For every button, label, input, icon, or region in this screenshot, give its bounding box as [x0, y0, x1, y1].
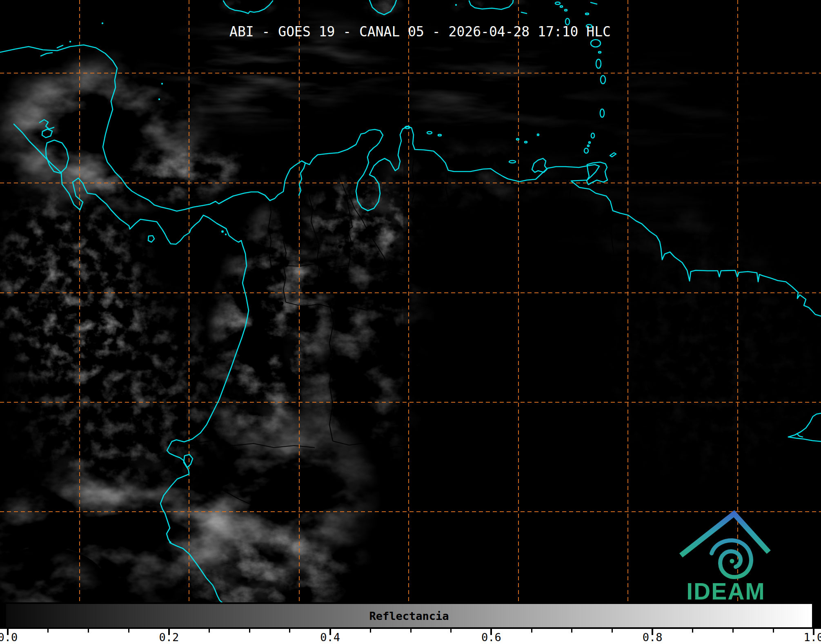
colorbar-minor-tick: [410, 629, 412, 633]
city-dot: [312, 310, 316, 313]
colorbar-minor-tick: [612, 629, 613, 633]
colorbar-tick-label: 0.0: [0, 631, 18, 644]
colorbar-tick-label: 0.6: [481, 631, 501, 644]
goes-satellite-product: ABI - GOES 19 - CANAL 05 - 2026-04-28 17…: [0, 0, 821, 644]
ideam-logo-text: IDEAM: [686, 578, 765, 605]
city-dot: [245, 225, 249, 229]
city-dot: [278, 208, 281, 212]
colorbar-tick-label: 0.8: [643, 631, 663, 644]
city-dot: [285, 263, 288, 267]
city-dot: [280, 302, 284, 305]
city-dot: [328, 302, 332, 305]
colorbar-minor-tick: [249, 629, 250, 633]
city-dot: [390, 244, 394, 248]
logo-roof: [681, 514, 769, 555]
city-dot: [261, 274, 265, 278]
city-dot: [338, 245, 342, 249]
colorbar-minor-tick: [289, 629, 290, 633]
colorbar-minor-tick: [732, 629, 734, 633]
logo-swirl: [712, 540, 751, 577]
colorbar-label: Reflectancia: [369, 609, 449, 622]
colorbar-gradient: Reflectancia: [4, 602, 814, 629]
colorbar-tick-label: 1.0: [804, 631, 821, 644]
logo-swirl-eye: [730, 559, 734, 564]
colorbar-minor-tick: [450, 629, 452, 633]
colorbar-area: Reflectancia 0.00.20.40.60.81.0: [0, 602, 821, 644]
colorbar-minor-tick: [128, 629, 129, 633]
city-dot: [336, 171, 340, 175]
ideam-logo: IDEAM: [676, 508, 776, 603]
colorbar-minor-tick: [773, 629, 774, 633]
city-dot: [346, 228, 349, 232]
colorbar-axis: 0.00.20.40.60.81.0: [0, 629, 821, 644]
image-title: ABI - GOES 19 - CANAL 05 - 2026-04-28 17…: [229, 24, 611, 40]
city-dot: [288, 196, 292, 200]
colorbar-minor-tick: [692, 629, 693, 633]
colorbar-minor-tick: [209, 629, 210, 633]
colorbar-tick-label: 0.2: [159, 631, 179, 644]
colorbar-minor-tick: [571, 629, 572, 633]
colorbar-minor-tick: [370, 629, 371, 633]
colorbar-minor-tick: [88, 629, 89, 633]
colorbar-minor-tick: [531, 629, 532, 633]
city-dot: [174, 444, 178, 448]
colorbar-minor-tick: [47, 629, 49, 633]
colorbar-tick-label: 0.4: [320, 631, 340, 644]
city-dot: [309, 165, 312, 169]
